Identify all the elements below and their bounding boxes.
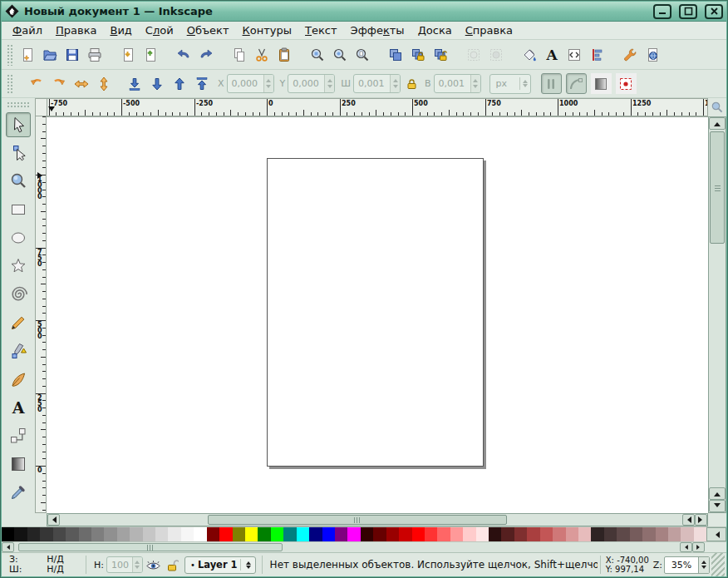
- calligraphy-tool[interactable]: [6, 367, 31, 392]
- zoom-page-button[interactable]: [351, 42, 373, 67]
- palette-swatch[interactable]: [245, 527, 258, 541]
- palette-swatch[interactable]: [361, 527, 373, 541]
- lower-bottom-button[interactable]: [124, 72, 145, 96]
- y-field[interactable]: 0,000: [288, 74, 335, 93]
- ruler-zoom-button[interactable]: [708, 98, 726, 116]
- selector-tool[interactable]: [6, 112, 31, 137]
- horizontal-scrollbar[interactable]: [47, 513, 708, 526]
- palette-swatch[interactable]: [335, 527, 347, 541]
- palette-swatch[interactable]: [604, 527, 617, 541]
- vertical-ruler[interactable]: 02505007501000: [35, 116, 47, 513]
- affect-pattern-toggle[interactable]: [616, 73, 637, 94]
- palette-scroll-left-button[interactable]: [706, 527, 726, 541]
- resize-grip[interactable]: [711, 553, 725, 576]
- palette-swatch[interactable]: [155, 527, 168, 541]
- raise-button[interactable]: [169, 72, 189, 96]
- palette-swatch[interactable]: [219, 527, 232, 541]
- scroll-up-button-2[interactable]: [709, 487, 726, 500]
- palette-swatch[interactable]: [681, 527, 693, 541]
- field-steppers[interactable]: [470, 75, 480, 92]
- palette-scroll-back-button-2[interactable]: [680, 542, 692, 552]
- fill-stroke-indicator[interactable]: З: Н/Д Ш: Н/Д: [3, 555, 83, 575]
- maximize-button[interactable]: [679, 4, 697, 19]
- minimize-button[interactable]: [653, 4, 671, 19]
- text-dialog-button[interactable]: A: [540, 42, 563, 67]
- star-tool[interactable]: [6, 254, 31, 279]
- open-document-button[interactable]: [38, 42, 61, 67]
- palette-swatch[interactable]: [489, 527, 501, 541]
- raise-top-button[interactable]: [191, 72, 212, 96]
- palette-scroll-thumb[interactable]: [18, 543, 283, 551]
- vertical-scroll-thumb[interactable]: [710, 131, 725, 244]
- zoom-steppers[interactable]: [698, 557, 709, 573]
- palette-swatch[interactable]: [386, 527, 399, 541]
- lower-button[interactable]: [146, 72, 167, 96]
- flip-horizontal-button[interactable]: [71, 72, 91, 96]
- ellipse-tool[interactable]: [6, 225, 31, 250]
- в-field[interactable]: 0,001: [434, 74, 481, 93]
- palette-swatch[interactable]: [283, 527, 296, 541]
- palette-swatch[interactable]: [399, 527, 411, 541]
- palette-swatch[interactable]: [233, 527, 245, 541]
- close-button[interactable]: [705, 4, 723, 19]
- field-steppers[interactable]: [324, 75, 334, 92]
- palette-swatch[interactable]: [130, 527, 142, 541]
- scroll-left-button[interactable]: [47, 514, 60, 526]
- palette-swatch[interactable]: [412, 527, 425, 541]
- menu-item-8[interactable]: Эффекты: [344, 22, 411, 38]
- layer-select[interactable]: • Layer 1: [184, 556, 256, 574]
- menu-item-6[interactable]: Контуры: [236, 22, 299, 38]
- field-steppers[interactable]: [390, 75, 400, 92]
- palette-swatch[interactable]: [194, 527, 206, 541]
- x-field[interactable]: 0,000: [227, 74, 274, 93]
- gradient-tool[interactable]: [6, 452, 31, 477]
- cut-button[interactable]: [250, 42, 273, 67]
- spiral-tool[interactable]: [6, 282, 31, 307]
- duplicate-button[interactable]: [384, 42, 406, 67]
- palette-scrollbar[interactable]: [2, 541, 726, 552]
- menu-item-4[interactable]: Слой: [139, 22, 180, 38]
- palette-swatch[interactable]: [540, 527, 553, 541]
- menu-item-2[interactable]: Правка: [49, 22, 104, 38]
- node-tool[interactable]: [6, 141, 31, 165]
- toolbar-drag-handle[interactable]: [6, 73, 13, 94]
- palette-swatch[interactable]: [117, 527, 130, 541]
- export-button[interactable]: [139, 42, 161, 67]
- xml-editor-button[interactable]: [563, 42, 585, 67]
- palette-swatch[interactable]: [617, 527, 629, 541]
- palette-swatch[interactable]: [347, 527, 360, 541]
- palette-swatch[interactable]: [14, 527, 27, 541]
- unit-select[interactable]: px: [489, 74, 531, 94]
- flip-vertical-button[interactable]: [93, 72, 114, 96]
- pen-tool[interactable]: [6, 338, 31, 363]
- palette-swatch[interactable]: [297, 527, 309, 541]
- save-document-button[interactable]: [61, 42, 83, 67]
- titlebar[interactable]: Новый документ 1 — Inkscape: [2, 2, 726, 22]
- palette-swatch[interactable]: [437, 527, 450, 541]
- palette-scroll-back-button[interactable]: [2, 542, 14, 552]
- layer-visibility-button[interactable]: [145, 556, 162, 573]
- menu-item-10[interactable]: Справка: [459, 22, 519, 38]
- preferences-button[interactable]: [618, 42, 641, 67]
- pencil-tool[interactable]: [6, 310, 31, 335]
- scroll-down-button[interactable]: [709, 500, 726, 512]
- palette-swatch[interactable]: [553, 527, 565, 541]
- zoom-tool[interactable]: [6, 169, 31, 194]
- palette-swatch[interactable]: [104, 527, 116, 541]
- palette-swatch[interactable]: [630, 527, 642, 541]
- new-document-button[interactable]: [16, 42, 38, 67]
- palette-swatch[interactable]: [450, 527, 463, 541]
- scroll-right-button[interactable]: [695, 514, 707, 526]
- group-button[interactable]: [406, 42, 429, 67]
- text-tool[interactable]: A: [6, 395, 31, 420]
- palette-swatch[interactable]: [578, 527, 591, 541]
- menu-item-9[interactable]: Доска: [411, 22, 459, 38]
- palette-swatch[interactable]: [258, 527, 270, 541]
- palette-swatch[interactable]: [476, 527, 489, 541]
- unlink-clone-button[interactable]: [485, 42, 507, 67]
- menu-item-1[interactable]: Файл: [6, 22, 49, 38]
- undo-button[interactable]: [172, 42, 194, 67]
- paste-button[interactable]: [273, 42, 295, 67]
- palette-swatch[interactable]: [425, 527, 437, 541]
- horizontal-scroll-thumb[interactable]: [208, 515, 507, 525]
